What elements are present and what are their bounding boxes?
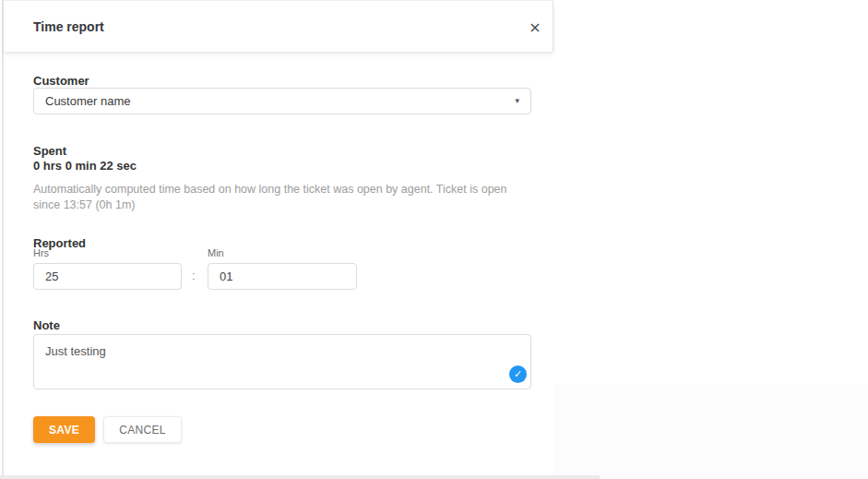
customer-select[interactable]: Customer name ▾ [33,88,531,114]
customer-label: Customer [33,74,89,88]
spent-value: 0 hrs 0 min 22 sec [33,159,137,173]
close-icon[interactable]: × [525,18,545,38]
spent-description: Automatically computed time based on how… [33,182,524,213]
cancel-button[interactable]: CANCEL [103,416,182,443]
note-label: Note [33,318,60,332]
hrs-label: Hrs [33,247,49,258]
customer-select-value: Customer name [45,94,130,108]
spent-label: Spent [33,144,66,158]
time-separator: : [192,269,196,282]
chevron-down-icon: ▾ [515,89,519,114]
note-textarea[interactable]: Just testing [33,334,531,389]
time-report-modal: Time report × Customer Customer name ▾ S… [4,0,553,475]
hrs-input[interactable] [33,263,182,290]
modal-header: Time report × [4,0,553,52]
min-input[interactable] [208,263,357,290]
save-button[interactable]: SAVE [33,416,95,443]
min-label: Min [208,247,224,258]
page-background-lower [553,385,868,479]
check-icon[interactable]: ✓ [509,365,527,383]
modal-title: Time report [33,19,104,34]
page-bottom-edge [0,475,600,479]
